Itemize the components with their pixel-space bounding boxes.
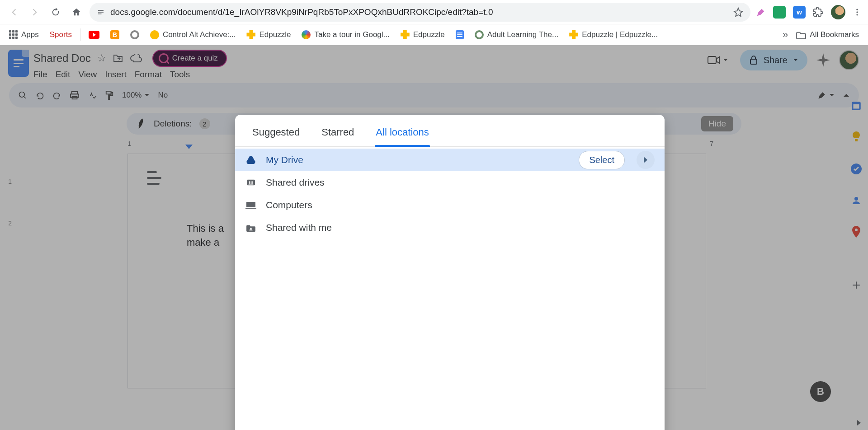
nav-forward-button[interactable]	[27, 5, 42, 20]
svg-point-1	[856, 11, 858, 13]
svg-point-0	[856, 9, 858, 10]
extension-pen-icon[interactable]	[756, 7, 766, 17]
bookmark-generic-1[interactable]	[127, 28, 142, 41]
blogger-icon: B	[110, 30, 119, 39]
bookmark-label: Edpuzzle	[413, 30, 445, 39]
bookmark-label: Take a tour in Googl...	[314, 30, 389, 39]
browser-menu-icon[interactable]	[853, 8, 862, 17]
bookmark-label: Adult Learning The...	[487, 30, 559, 39]
bookmark-label: Edpuzzle | Edpuzzle...	[582, 30, 658, 39]
nav-home-button[interactable]	[69, 5, 84, 20]
location-name: Shared with me	[266, 222, 655, 233]
folder-icon	[796, 31, 806, 39]
dialog-tabs: Suggested Starred All locations	[235, 115, 665, 147]
bookmark-sports[interactable]: Sports	[47, 28, 75, 41]
circle-icon	[475, 30, 484, 39]
bookmark-label-sports: Sports	[50, 30, 72, 39]
svg-rect-17	[247, 180, 255, 186]
bookmark-docs[interactable]	[453, 28, 467, 41]
svg-point-18	[249, 181, 251, 183]
puzzle-icon	[569, 30, 578, 39]
nav-back-button[interactable]	[6, 5, 22, 20]
bookmarks-divider	[80, 28, 80, 41]
extensions-puzzle-icon[interactable]	[813, 7, 824, 18]
my-drive-icon	[245, 155, 257, 164]
bookmarks-overflow-icon[interactable]: »	[783, 29, 788, 41]
bookmark-label: All Bookmarks	[810, 30, 859, 39]
bookmark-control-alt[interactable]: Control Alt Achieve:...	[147, 28, 239, 41]
bookmark-edpuzzle-3[interactable]: Edpuzzle | Edpuzzle...	[566, 28, 660, 41]
site-info-icon[interactable]	[97, 8, 105, 16]
bookmark-label: Control Alt Achieve:...	[163, 30, 236, 39]
chevron-right-icon[interactable]	[637, 151, 655, 169]
location-row-shared-with-me[interactable]: Shared with me	[235, 216, 665, 239]
tab-all-locations[interactable]: All locations	[375, 124, 429, 146]
location-row-shared-drives[interactable]: Shared drives	[235, 171, 665, 194]
bookmark-blogger[interactable]: B	[108, 28, 122, 41]
location-row-my-drive[interactable]: My Drive Select	[235, 149, 665, 171]
svg-rect-21	[245, 208, 256, 209]
location-name: Computers	[266, 200, 655, 210]
earth-icon	[302, 30, 311, 39]
tab-suggested[interactable]: Suggested	[251, 124, 301, 146]
bookmark-tour[interactable]: Take a tour in Googl...	[299, 28, 392, 41]
docs-icon	[456, 30, 464, 39]
dialog-body: My Drive Select Shared drives Computers …	[235, 147, 665, 428]
omnibox[interactable]: docs.google.com/document/d/1e_IrAOlYR8VK…	[90, 3, 750, 22]
svg-point-2	[856, 14, 858, 15]
bookmark-apps[interactable]: Apps	[6, 28, 42, 41]
extension-w-icon[interactable]: w	[793, 6, 806, 19]
computers-icon	[245, 201, 257, 209]
shared-drives-icon	[245, 178, 257, 187]
nav-reload-button[interactable]	[48, 5, 63, 20]
apps-grid-icon	[9, 30, 18, 39]
bookmark-label-apps: Apps	[21, 30, 39, 39]
profile-avatar-icon[interactable]	[831, 5, 845, 19]
bookmark-edpuzzle-1[interactable]: Edpuzzle	[244, 28, 293, 41]
youtube-icon	[89, 31, 99, 39]
extension-green-icon[interactable]	[773, 6, 786, 19]
bookmarks-bar: Apps Sports B Control Alt Achieve:... Ed…	[0, 24, 868, 45]
bookmark-edpuzzle-2[interactable]: Edpuzzle	[398, 28, 448, 41]
dialog-footer: Cancel Select	[235, 428, 665, 430]
bulb-icon	[150, 30, 159, 39]
location-name: My Drive	[266, 154, 570, 165]
browser-toolbar: docs.google.com/document/d/1e_IrAOlYR8VK…	[0, 0, 868, 24]
all-bookmarks[interactable]: All Bookmarks	[793, 28, 862, 41]
svg-point-19	[251, 181, 253, 183]
svg-rect-20	[246, 202, 255, 207]
shared-folder-icon	[245, 224, 257, 232]
bookmark-adult-learning[interactable]: Adult Learning The...	[472, 28, 561, 41]
omnibox-url: docs.google.com/document/d/1e_IrAOlYR8VK…	[110, 7, 728, 17]
star-bookmark-icon[interactable]	[733, 7, 743, 17]
docs-app: Shared Doc ☆ Create a quiz File Edit Vie…	[0, 45, 868, 430]
bookmark-youtube[interactable]	[86, 29, 102, 41]
browser-right-icons: w	[756, 5, 862, 19]
circle-icon	[130, 30, 139, 39]
puzzle-icon	[246, 30, 255, 39]
location-row-computers[interactable]: Computers	[235, 194, 665, 216]
move-dialog: Suggested Starred All locations My Drive…	[235, 115, 665, 430]
puzzle-icon	[401, 30, 410, 39]
tab-starred[interactable]: Starred	[321, 124, 355, 146]
svg-point-22	[250, 228, 252, 229]
location-name: Shared drives	[266, 177, 655, 188]
bookmark-label: Edpuzzle	[259, 30, 291, 39]
row-select-button[interactable]: Select	[579, 151, 625, 169]
